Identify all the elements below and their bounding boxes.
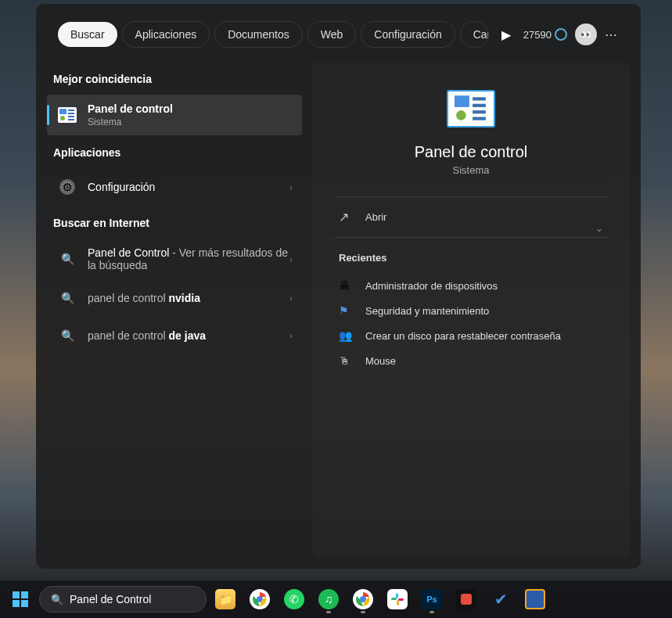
whatsapp-icon: ✆ xyxy=(284,589,304,609)
result-title: Panel de control xyxy=(88,102,293,115)
recent-password-reset[interactable]: 👥 Crear un disco para restablecer contra… xyxy=(334,323,608,348)
results-column: Mejor coincidencia Panel de control Sist… xyxy=(47,62,302,558)
device-manager-icon: 🖶 xyxy=(339,279,354,292)
slack-icon xyxy=(387,589,408,609)
web-header: Buscar en Internet xyxy=(47,206,302,239)
result-title: panel de control de java xyxy=(88,329,289,342)
chrome-alt-icon xyxy=(353,589,373,609)
user-key-icon: 👥 xyxy=(339,329,354,342)
gear-icon: ⚙ xyxy=(56,176,78,198)
filter-docs[interactable]: Documentos xyxy=(214,21,303,48)
filter-web[interactable]: Web xyxy=(307,21,357,48)
recent-security[interactable]: ⚑ Seguridad y mantenimiento xyxy=(334,298,608,323)
rewards-value: 27590 xyxy=(523,29,552,41)
red-app-icon xyxy=(456,589,476,609)
taskbar-file-explorer[interactable]: 📁 xyxy=(210,584,241,615)
taskbar-whatsapp[interactable]: ✆ xyxy=(279,584,310,615)
result-configuration[interactable]: ⚙ Configuración › xyxy=(47,168,302,206)
recent-header: Recientes xyxy=(334,238,608,273)
recent-device-manager[interactable]: 🖶 Administrador de dispositivos xyxy=(334,273,608,298)
taskbar-spotify[interactable]: ♫ xyxy=(313,584,344,615)
taskbar-app-red[interactable] xyxy=(451,584,482,615)
svg-rect-11 xyxy=(473,104,486,107)
result-web-java[interactable]: 🔍 panel de control de java › xyxy=(47,317,302,354)
recent-label: Mouse xyxy=(365,355,396,367)
recent-label: Crear un disco para restablecer contrase… xyxy=(365,330,561,342)
svg-rect-4 xyxy=(68,113,74,114)
svg-rect-6 xyxy=(68,119,74,120)
search-icon: 🔍 xyxy=(56,325,78,347)
folder-icon: 📁 xyxy=(215,589,235,609)
search-icon: 🔍 xyxy=(56,248,78,270)
result-web-panel-control[interactable]: 🔍 Panel de Control - Ver más resultados … xyxy=(47,239,302,279)
preview-column: Panel de control Sistema ↗ Abrir ⌄ Recie… xyxy=(312,62,630,558)
medal-icon xyxy=(555,28,567,41)
taskbar-chrome[interactable] xyxy=(244,584,275,615)
action-label: Abrir xyxy=(365,211,386,223)
chevron-down-icon[interactable]: ⌄ xyxy=(595,223,603,234)
preview-control-panel-icon xyxy=(447,90,495,128)
start-button[interactable] xyxy=(5,584,36,615)
mouse-icon: 🖱 xyxy=(339,354,354,367)
apps-header: Aplicaciones xyxy=(47,135,302,168)
svg-rect-12 xyxy=(473,110,486,113)
svg-rect-8 xyxy=(455,95,469,107)
control-panel-icon xyxy=(56,104,78,126)
taskbar: 🔍 📁 ✆ ♫ Ps ✔ xyxy=(0,580,672,618)
taskbar-photoshop[interactable]: Ps xyxy=(416,584,447,615)
svg-rect-20 xyxy=(397,600,399,605)
more-filters-arrow-icon[interactable]: ▶ xyxy=(494,23,519,47)
search-icon: 🔍 xyxy=(51,594,63,605)
svg-rect-10 xyxy=(473,97,486,100)
svg-rect-5 xyxy=(68,116,74,117)
result-web-nvidia[interactable]: 🔍 panel de control nvidia › xyxy=(47,279,302,317)
search-panel: Buscar Aplicaciones Documentos Web Confi… xyxy=(36,4,641,569)
filter-search[interactable]: Buscar xyxy=(58,22,117,47)
svg-point-9 xyxy=(456,110,466,120)
open-icon: ↗ xyxy=(339,210,354,225)
divider: ⌄ xyxy=(334,237,608,238)
chevron-right-icon: › xyxy=(289,331,293,340)
chevron-right-icon: › xyxy=(289,182,293,192)
svg-rect-1 xyxy=(59,109,66,114)
filter-folders[interactable]: Carpetas xyxy=(460,21,489,48)
rewards-points[interactable]: 27590 xyxy=(523,28,567,41)
taskbar-search[interactable]: 🔍 xyxy=(39,586,207,613)
result-subtitle: Sistema xyxy=(88,117,293,128)
taskbar-todo[interactable]: ✔ xyxy=(485,584,516,615)
flag-icon: ⚑ xyxy=(339,304,354,317)
result-title: Configuración xyxy=(88,181,289,193)
svg-rect-19 xyxy=(391,598,397,600)
taskbar-vmware[interactable] xyxy=(519,584,551,615)
preview-title: Panel de control xyxy=(415,143,528,161)
more-options-icon[interactable]: ⋯ xyxy=(605,27,619,42)
result-title: panel de control nvidia xyxy=(88,292,289,304)
filter-tabs: Buscar Aplicaciones Documentos Web Confi… xyxy=(36,4,641,48)
recent-mouse[interactable]: 🖱 Mouse xyxy=(334,348,608,373)
svg-point-2 xyxy=(60,116,65,120)
action-open[interactable]: ↗ Abrir xyxy=(334,197,608,237)
chrome-icon xyxy=(250,589,270,609)
filter-apps[interactable]: Aplicaciones xyxy=(122,21,210,48)
chevron-right-icon: › xyxy=(289,293,293,303)
photoshop-icon: Ps xyxy=(422,589,442,609)
chevron-right-icon: › xyxy=(289,254,293,264)
svg-rect-3 xyxy=(68,110,74,111)
windows-logo-icon xyxy=(13,591,28,607)
recent-label: Administrador de dispositivos xyxy=(365,280,498,292)
taskbar-chrome-canary[interactable] xyxy=(347,584,379,615)
result-title: Panel de Control - Ver más resultados de… xyxy=(88,246,289,271)
best-match-header: Mejor coincidencia xyxy=(47,62,302,95)
svg-rect-21 xyxy=(398,598,404,601)
taskbar-slack[interactable] xyxy=(382,584,413,615)
vm-icon xyxy=(525,589,545,609)
checkmark-icon: ✔ xyxy=(491,589,511,609)
user-avatar[interactable]: 👀 xyxy=(575,23,597,45)
result-control-panel[interactable]: Panel de control Sistema xyxy=(47,95,302,135)
search-input[interactable] xyxy=(70,593,207,605)
recent-label: Seguridad y mantenimiento xyxy=(365,305,489,317)
filter-config[interactable]: Configuración xyxy=(361,21,455,48)
spotify-icon: ♫ xyxy=(318,589,339,609)
preview-subtitle: Sistema xyxy=(453,164,490,176)
svg-rect-18 xyxy=(396,593,398,598)
